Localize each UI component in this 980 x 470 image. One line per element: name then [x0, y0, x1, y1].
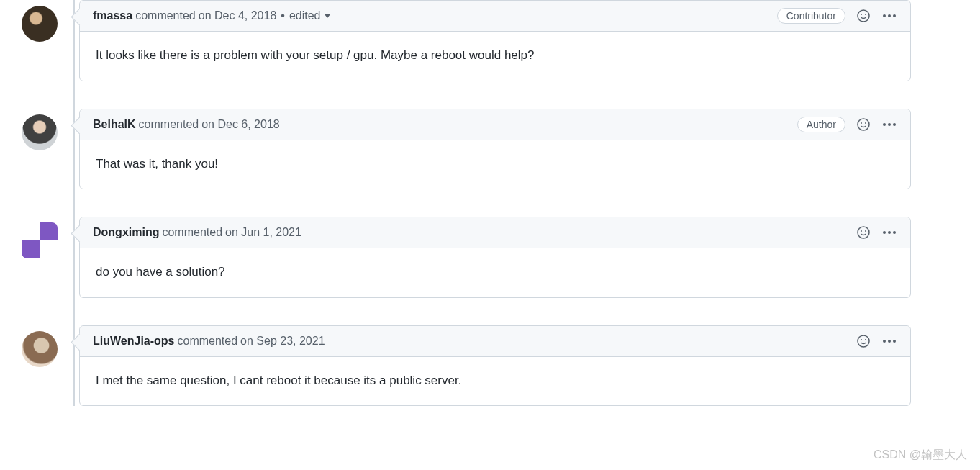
svg-point-11	[865, 339, 866, 340]
emoji-react-icon[interactable]	[856, 333, 871, 349]
svg-point-9	[858, 335, 869, 347]
svg-point-4	[861, 122, 862, 124]
comment-item: LiuWenJia-ops commented on Sep 23, 2021 …	[22, 325, 980, 407]
avatar[interactable]	[22, 331, 58, 367]
timestamp-link[interactable]: on Jun 1, 2021	[225, 226, 301, 239]
comment-body: I met the same question, I cant reboot i…	[80, 357, 910, 406]
comment-header: Dongximing commented on Jun 1, 2021	[80, 217, 910, 248]
commented-label: commented	[162, 226, 222, 239]
comment-header: LiuWenJia-ops commented on Sep 23, 2021	[80, 326, 910, 357]
author-link[interactable]: BelhalK	[93, 118, 136, 131]
comment-meta: LiuWenJia-ops commented on Sep 23, 2021	[93, 335, 325, 348]
comment-actions	[856, 333, 897, 349]
svg-point-2	[865, 14, 866, 15]
avatar[interactable]	[22, 222, 58, 258]
comment-box: fmassa commented on Dec 4, 2018 • edited…	[79, 0, 911, 81]
separator-dot: •	[281, 9, 285, 22]
svg-point-7	[861, 230, 862, 232]
caret-down-icon	[325, 14, 330, 18]
comment-body: That was it, thank you!	[80, 140, 910, 189]
comment-actions	[856, 225, 897, 240]
comment-box: Dongximing commented on Jun 1, 2021 do y…	[79, 217, 911, 298]
commented-label: commented	[139, 118, 199, 131]
svg-point-8	[865, 230, 866, 232]
comment-item: BelhalK commented on Dec 6, 2018 Author …	[22, 109, 980, 190]
comment-meta: BelhalK commented on Dec 6, 2018	[93, 118, 280, 131]
timestamp-link[interactable]: on Sep 23, 2021	[240, 335, 325, 348]
kebab-menu-icon[interactable]	[881, 14, 897, 17]
role-badge: Author	[797, 117, 845, 132]
avatar[interactable]	[22, 114, 58, 150]
comment-actions: Author	[797, 117, 897, 132]
comment-header: fmassa commented on Dec 4, 2018 • edited…	[80, 1, 910, 32]
author-link[interactable]: LiuWenJia-ops	[93, 335, 175, 348]
comment-body: It looks like there is a problem with yo…	[80, 32, 910, 81]
comment-header: BelhalK commented on Dec 6, 2018 Author	[80, 109, 910, 140]
kebab-menu-icon[interactable]	[881, 340, 897, 343]
author-link[interactable]: Dongximing	[93, 226, 159, 239]
emoji-react-icon[interactable]	[856, 8, 871, 24]
author-link[interactable]: fmassa	[93, 9, 132, 22]
svg-point-3	[858, 119, 869, 130]
comment-meta: fmassa commented on Dec 4, 2018 • edited	[93, 9, 330, 22]
timestamp-link[interactable]: on Dec 4, 2018	[199, 9, 277, 22]
comment-box: LiuWenJia-ops commented on Sep 23, 2021 …	[79, 325, 911, 407]
comment-item: Dongximing commented on Jun 1, 2021 do y…	[22, 217, 980, 298]
comment-body: do you have a solution?	[80, 248, 910, 297]
edited-dropdown[interactable]: edited	[289, 9, 331, 22]
svg-point-1	[861, 14, 862, 15]
commented-label: commented	[135, 9, 196, 22]
emoji-react-icon[interactable]	[856, 117, 871, 132]
kebab-menu-icon[interactable]	[881, 231, 897, 234]
role-badge: Contributor	[777, 8, 845, 24]
comment-box: BelhalK commented on Dec 6, 2018 Author …	[79, 109, 911, 190]
svg-point-0	[858, 10, 869, 22]
comment-actions: Contributor	[777, 8, 897, 24]
comment-item: fmassa commented on Dec 4, 2018 • edited…	[22, 0, 980, 81]
comment-meta: Dongximing commented on Jun 1, 2021	[93, 226, 301, 239]
comment-timeline: fmassa commented on Dec 4, 2018 • edited…	[0, 0, 980, 406]
emoji-react-icon[interactable]	[856, 225, 871, 240]
timestamp-link[interactable]: on Dec 6, 2018	[201, 118, 280, 131]
commented-label: commented	[178, 335, 238, 348]
svg-point-5	[865, 122, 866, 124]
kebab-menu-icon[interactable]	[881, 123, 897, 126]
avatar[interactable]	[22, 6, 58, 42]
svg-point-6	[858, 227, 869, 238]
svg-point-10	[861, 339, 862, 340]
